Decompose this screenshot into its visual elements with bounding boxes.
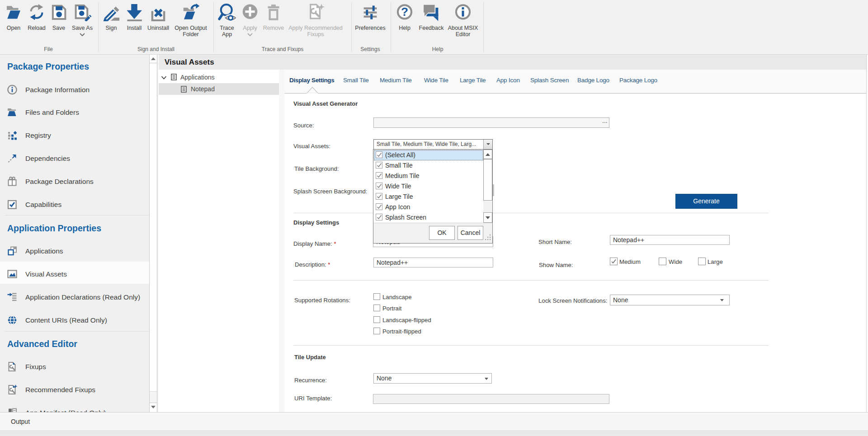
svg-text:?: ? [401, 5, 408, 19]
